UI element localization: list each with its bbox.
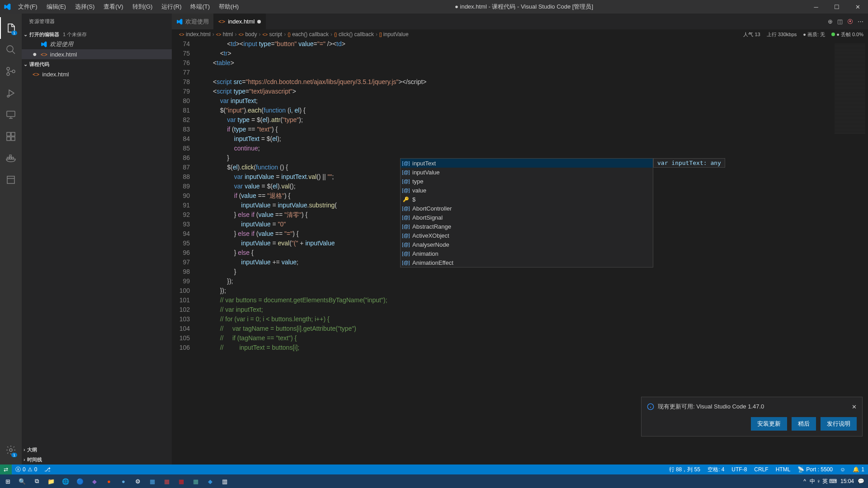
git-indicator[interactable]: ⎇: [41, 466, 54, 473]
suggest-item[interactable]: 🔑$: [401, 195, 653, 204]
app-icon[interactable]: ▦: [160, 474, 174, 488]
menu-item[interactable]: 编辑(E): [43, 1, 70, 13]
tray-expand-icon[interactable]: ^: [803, 478, 806, 484]
language-indicator[interactable]: HTML: [772, 466, 794, 473]
encoding-indicator[interactable]: UTF-8: [728, 466, 750, 473]
breadcrumb-item[interactable]: <> body: [238, 31, 257, 38]
suggest-doc: var inputText: any: [653, 158, 725, 168]
workspace-header[interactable]: ⌄ 课程代码: [22, 59, 172, 69]
compass-icon[interactable]: ⊕: [828, 18, 833, 25]
sidebar-title: 资源管理器: [22, 14, 172, 29]
suggest-item[interactable]: [@]AbortController: [401, 204, 653, 213]
menu-item[interactable]: 文件(F): [14, 1, 41, 13]
app-icon[interactable]: ▦: [189, 474, 203, 488]
extensions-icon[interactable]: [0, 126, 22, 147]
notifications-icon[interactable]: 💬: [858, 478, 864, 484]
suggest-item[interactable]: [@]Animation: [401, 249, 653, 258]
suggest-item[interactable]: [@]AnimationEffect: [401, 258, 653, 267]
start-button[interactable]: ⊞: [1, 474, 14, 488]
menu-item[interactable]: 运行(R): [158, 1, 185, 13]
editor-tab[interactable]: 欢迎使用: [172, 14, 214, 29]
menu-item[interactable]: 转到(G): [129, 1, 156, 13]
clock[interactable]: 15:04: [840, 478, 854, 484]
suggest-item[interactable]: [@]AbstractRange: [401, 222, 653, 231]
menu-item[interactable]: 选择(S): [71, 1, 98, 13]
indent-indicator[interactable]: 空格: 4: [704, 466, 728, 474]
breadcrumb-item[interactable]: <> index.html: [179, 31, 211, 38]
cursor-position[interactable]: 行 88，列 55: [665, 466, 704, 474]
feedback-icon[interactable]: ☺: [836, 466, 849, 473]
vscode-taskbar-icon[interactable]: ◆: [203, 474, 217, 488]
live-server-indicator[interactable]: 📡 Port : 5500: [794, 466, 836, 473]
app-icon[interactable]: ▥: [218, 474, 231, 488]
live-icon[interactable]: ⦿: [847, 18, 853, 25]
system-tray[interactable]: ^ 中 ♀ 英 ⌨ 15:04 💬: [803, 478, 868, 485]
open-editor-item[interactable]: ●<>index.html: [22, 49, 172, 59]
menu-item[interactable]: 终端(T): [187, 1, 213, 13]
notification-close-icon[interactable]: ✕: [852, 404, 857, 410]
notification-button[interactable]: 安装更新: [751, 417, 787, 431]
eol-indicator[interactable]: CRLF: [750, 466, 772, 473]
suggest-item[interactable]: [@]inputValue: [401, 168, 653, 177]
chevron-down-icon: ⌄: [24, 61, 28, 67]
breadcrumb-item[interactable]: [] inputValue: [379, 31, 409, 38]
taskview-button[interactable]: ⧉: [30, 474, 43, 488]
suggest-label: ActiveXObject: [412, 232, 449, 239]
app-icon[interactable]: ▦: [146, 474, 159, 488]
maximize-button[interactable]: ☐: [826, 0, 847, 14]
breadcrumb-item[interactable]: <> script: [262, 31, 282, 38]
close-button[interactable]: ✕: [847, 0, 868, 14]
explorer-icon[interactable]: 1: [0, 17, 22, 39]
app-icon[interactable]: ●: [102, 474, 116, 488]
menu-item[interactable]: 帮助(H): [215, 1, 242, 13]
notification-button[interactable]: 稍后: [792, 417, 816, 431]
search-button[interactable]: 🔍: [15, 474, 29, 488]
suggest-label: inputText: [412, 160, 436, 167]
open-editors-header[interactable]: ⌄ 打开的编辑器 1 个未保存: [22, 29, 172, 39]
settings-gear-icon[interactable]: 1: [0, 439, 22, 461]
split-icon[interactable]: ◫: [837, 18, 843, 25]
suggest-label: $: [412, 196, 415, 203]
suggest-item[interactable]: [@]type: [401, 177, 653, 186]
ime-indicator[interactable]: 中 ♀ 英 ⌨: [810, 478, 837, 485]
breadcrumbs[interactable]: <> index.html›<> html›<> body›<> script›…: [172, 29, 868, 39]
search-icon[interactable]: [0, 39, 22, 61]
source-control-icon[interactable]: [0, 61, 22, 82]
file-item[interactable]: <>index.html: [22, 69, 172, 79]
explorer-taskbar-icon[interactable]: 📁: [44, 474, 58, 488]
suggest-kind-icon: 🔑: [402, 196, 410, 203]
project-manager-icon[interactable]: [0, 169, 22, 191]
problems-indicator[interactable]: ⓧ 0 ⚠ 0: [12, 466, 41, 474]
suggest-item[interactable]: [@]AbortSignal: [401, 213, 653, 222]
run-debug-icon[interactable]: [0, 82, 22, 104]
editor-tab[interactable]: <>index.html: [214, 14, 266, 29]
open-editor-item[interactable]: 欢迎使用: [22, 39, 172, 49]
remote-explorer-icon[interactable]: [0, 104, 22, 126]
suggest-widget[interactable]: [@]inputText[@]inputValue[@]type[@]value…: [400, 158, 653, 267]
suggest-kind-icon: [@]: [402, 232, 410, 239]
vs-taskbar-icon[interactable]: ◆: [88, 474, 101, 488]
settings-taskbar-icon[interactable]: ⚙: [131, 474, 145, 488]
bell-icon[interactable]: 🔔 1: [849, 466, 868, 473]
suggest-item[interactable]: [@]AnalyserNode: [401, 240, 653, 249]
menu-item[interactable]: 查看(V): [100, 1, 127, 13]
breadcrumb-item[interactable]: {} each() callback: [288, 31, 329, 38]
remote-indicator[interactable]: ⇄: [0, 465, 12, 474]
suggest-item[interactable]: [@]value: [401, 186, 653, 195]
more-icon[interactable]: ⋯: [858, 18, 863, 25]
edge-taskbar-icon[interactable]: 🌐: [59, 474, 72, 488]
suggest-item[interactable]: [@]ActiveXObject: [401, 231, 653, 240]
breadcrumb-item[interactable]: <> html: [216, 31, 233, 38]
app-icon[interactable]: ▦: [175, 474, 188, 488]
stat-uplink: 上行 330kbps: [767, 31, 797, 38]
app-icon[interactable]: ●: [117, 474, 130, 488]
chrome-taskbar-icon[interactable]: 🔵: [73, 474, 87, 488]
minimize-button[interactable]: ─: [806, 0, 826, 14]
outline-header[interactable]: › 大纲: [22, 445, 172, 455]
html-icon: <>: [218, 18, 225, 25]
docker-icon[interactable]: [0, 147, 22, 169]
notification-button[interactable]: 发行说明: [821, 417, 857, 431]
breadcrumb-item[interactable]: {} click() callback: [334, 31, 374, 38]
suggest-item[interactable]: [@]inputText: [401, 159, 653, 168]
timeline-header[interactable]: › 时间线: [22, 455, 172, 465]
